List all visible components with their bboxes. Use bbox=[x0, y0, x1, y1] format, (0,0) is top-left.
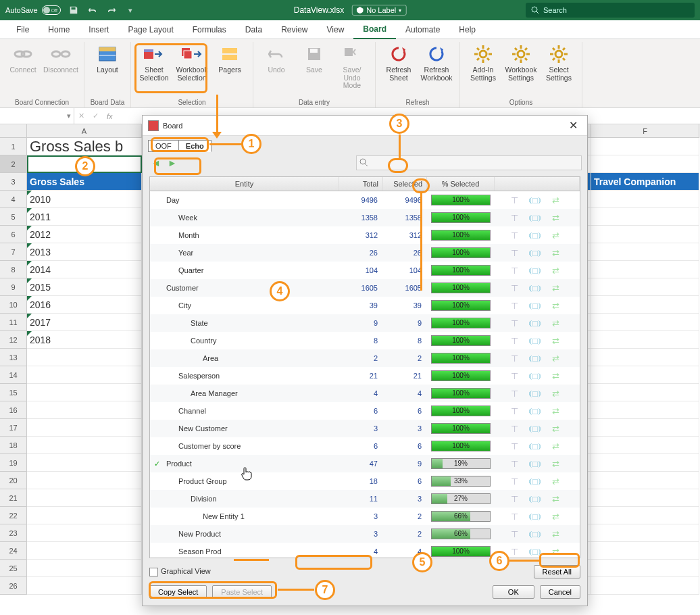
model-tab-echo[interactable]: Echo bbox=[178, 140, 211, 152]
row-header-19[interactable]: 19 bbox=[0, 454, 27, 472]
cell-a20[interactable] bbox=[27, 472, 142, 489]
sync-icon[interactable]: ⇄ bbox=[552, 547, 559, 557]
entity-row-new-entity-1[interactable]: New Entity 13266%⊤⟬□⟭⇄ bbox=[150, 508, 580, 525]
tab-automate[interactable]: Automate bbox=[396, 20, 449, 39]
tab-help[interactable]: Help bbox=[449, 20, 485, 39]
entity-row-product-group[interactable]: Product Group18633%⊤⟬□⟭⇄ bbox=[150, 472, 580, 490]
entity-row-customer-by-score[interactable]: Customer by score66100%⊤⟬□⟭⇄ bbox=[150, 437, 580, 455]
cell-a12[interactable]: 2018 bbox=[27, 331, 142, 349]
pin-icon[interactable]: ⊤ bbox=[511, 459, 518, 469]
cell-a21[interactable] bbox=[27, 489, 142, 507]
pin-icon[interactable]: ⊤ bbox=[511, 371, 518, 381]
cell-a4[interactable]: 2010 bbox=[27, 191, 142, 208]
cell-a13[interactable] bbox=[27, 349, 142, 366]
sync-icon[interactable]: ⇄ bbox=[552, 529, 559, 539]
sync-icon[interactable]: ⇄ bbox=[552, 441, 559, 451]
row-header-26[interactable]: 26 bbox=[0, 577, 27, 595]
row-header-8[interactable]: 8 bbox=[0, 261, 27, 278]
cell-a22[interactable] bbox=[27, 507, 142, 524]
pin-icon[interactable]: ⊤ bbox=[511, 266, 518, 276]
cancel-icon[interactable]: ✕ bbox=[74, 112, 89, 120]
row-header-13[interactable]: 13 bbox=[0, 349, 27, 366]
screen-icon[interactable]: ⟬□⟭ bbox=[528, 441, 543, 451]
sync-icon[interactable]: ⇄ bbox=[552, 336, 559, 346]
pin-icon[interactable]: ⊤ bbox=[511, 441, 518, 451]
entity-row-channel[interactable]: Channel66100%⊤⟬□⟭⇄ bbox=[150, 402, 580, 420]
pin-icon[interactable]: ⊤ bbox=[511, 494, 518, 504]
sync-icon[interactable]: ⇄ bbox=[552, 406, 559, 416]
sync-icon[interactable]: ⇄ bbox=[552, 424, 559, 434]
entity-row-country[interactable]: Country88100%⊤⟬□⟭⇄ bbox=[150, 332, 580, 349]
sync-icon[interactable]: ⇄ bbox=[552, 371, 559, 381]
cell-a6[interactable]: 2012 bbox=[27, 226, 142, 243]
cell-a7[interactable]: 2013 bbox=[27, 243, 142, 261]
row-header-25[interactable]: 25 bbox=[0, 560, 27, 577]
cell-a16[interactable] bbox=[27, 401, 142, 419]
tab-data[interactable]: Data bbox=[236, 20, 272, 39]
select-all-corner[interactable] bbox=[0, 124, 27, 138]
entity-row-salesperson[interactable]: Salesperson2121100%⊤⟬□⟭⇄ bbox=[150, 367, 580, 385]
pin-icon[interactable]: ⊤ bbox=[511, 301, 518, 311]
refresh-sheet-button[interactable]: RefreshSheet bbox=[380, 42, 418, 83]
screen-icon[interactable]: ⟬□⟭ bbox=[528, 371, 543, 381]
screen-icon[interactable]: ⟬□⟭ bbox=[528, 406, 543, 416]
column-header-f[interactable]: F bbox=[591, 124, 699, 138]
enter-icon[interactable]: ✓ bbox=[89, 112, 103, 120]
sync-icon[interactable]: ⇄ bbox=[552, 512, 559, 522]
screen-icon[interactable]: ⟬□⟭ bbox=[528, 266, 543, 276]
row-header-5[interactable]: 5 bbox=[0, 208, 27, 226]
pin-icon[interactable]: ⊤ bbox=[511, 353, 518, 364]
entity-row-state[interactable]: State99100%⊤⟬□⟭⇄ bbox=[150, 314, 580, 332]
entity-row-quarter[interactable]: Quarter104104100%⊤⟬□⟭⇄ bbox=[150, 262, 580, 279]
sync-icon[interactable]: ⇄ bbox=[552, 301, 559, 311]
entity-search[interactable] bbox=[356, 155, 582, 170]
row-header-6[interactable]: 6 bbox=[0, 226, 27, 243]
row-header-21[interactable]: 21 bbox=[0, 489, 27, 507]
sync-icon[interactable]: ⇄ bbox=[552, 353, 559, 364]
row-header-17[interactable]: 17 bbox=[0, 419, 27, 437]
redo-icon[interactable] bbox=[105, 4, 118, 16]
pin-icon[interactable]: ⊤ bbox=[511, 195, 518, 205]
entity-row-division[interactable]: Division11327%⊤⟬□⟭⇄ bbox=[150, 490, 580, 508]
cell-a19[interactable] bbox=[27, 454, 142, 472]
sync-icon[interactable]: ⇄ bbox=[552, 318, 559, 328]
row-header-23[interactable]: 23 bbox=[0, 524, 27, 542]
pin-icon[interactable]: ⊤ bbox=[511, 336, 518, 346]
layout-button[interactable]: Layout bbox=[89, 42, 126, 76]
pin-icon[interactable]: ⊤ bbox=[511, 230, 518, 241]
cell-a15[interactable] bbox=[27, 384, 142, 401]
undo-icon[interactable] bbox=[86, 4, 99, 16]
pin-icon[interactable]: ⊤ bbox=[511, 424, 518, 434]
row-header-7[interactable]: 7 bbox=[0, 243, 27, 261]
row-header-24[interactable]: 24 bbox=[0, 542, 27, 560]
row-header-2[interactable]: 2 bbox=[0, 155, 27, 173]
name-box[interactable]: ▾ bbox=[0, 108, 74, 124]
row-header-9[interactable]: 9 bbox=[0, 278, 27, 296]
row-header-14[interactable]: 14 bbox=[0, 366, 27, 384]
cell-a24[interactable] bbox=[27, 542, 142, 560]
entity-row-customer[interactable]: Customer16051605100%⊤⟬□⟭⇄ bbox=[150, 279, 580, 297]
tab-view[interactable]: View bbox=[318, 20, 354, 39]
col-total[interactable]: Total bbox=[339, 177, 383, 191]
row-header-1[interactable]: 1 bbox=[0, 138, 27, 155]
col-selected[interactable]: Selected bbox=[383, 177, 427, 191]
cell-a8[interactable]: 2014 bbox=[27, 261, 142, 278]
add-in-settings-button[interactable]: Add-InSettings bbox=[464, 42, 502, 83]
sync-icon[interactable]: ⇄ bbox=[552, 230, 559, 241]
cell-a9[interactable]: 2015 bbox=[27, 278, 142, 296]
screen-icon[interactable]: ⟬□⟭ bbox=[528, 301, 543, 311]
tab-formulas[interactable]: Formulas bbox=[183, 20, 236, 39]
workbook-settings-button[interactable]: WorkbookSettings bbox=[502, 42, 540, 83]
screen-icon[interactable]: ⟬□⟭ bbox=[528, 336, 543, 346]
pagers-button[interactable]: Pagers bbox=[211, 42, 249, 76]
entity-row-area-manager[interactable]: Area Manager44100%⊤⟬□⟭⇄ bbox=[150, 385, 580, 402]
search-input[interactable]: Search bbox=[526, 3, 695, 18]
entity-row-new-product[interactable]: New Product3266%⊤⟬□⟭⇄ bbox=[150, 525, 580, 543]
cell-f3[interactable]: Travel Companion bbox=[591, 173, 699, 191]
screen-icon[interactable]: ⟬□⟭ bbox=[528, 494, 543, 504]
tab-file[interactable]: File bbox=[7, 20, 39, 39]
tab-home[interactable]: Home bbox=[39, 20, 79, 39]
sync-icon[interactable]: ⇄ bbox=[552, 459, 559, 469]
row-header-15[interactable]: 15 bbox=[0, 384, 27, 401]
entity-row-area[interactable]: Area22100%⊤⟬□⟭⇄ bbox=[150, 349, 580, 367]
